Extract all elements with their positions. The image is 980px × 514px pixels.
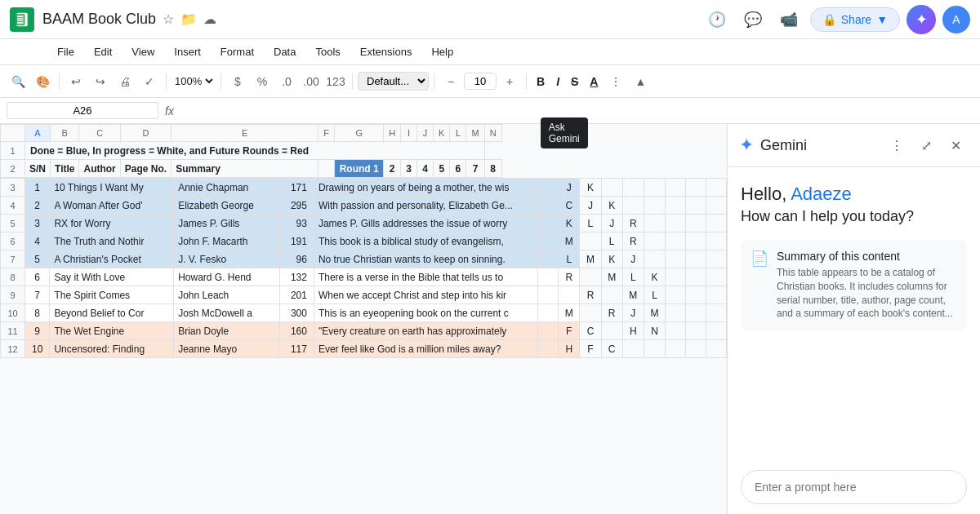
round5-cell[interactable] [644, 340, 665, 358]
round2-cell[interactable]: C [580, 322, 601, 340]
row-num[interactable]: 11 [1, 322, 25, 340]
author-cell[interactable]: J. V. Fesko [174, 250, 279, 268]
round1-cell[interactable]: M [559, 304, 580, 322]
round6-cell[interactable] [666, 179, 686, 197]
blank-cell[interactable] [538, 233, 559, 250]
blank-cell[interactable] [538, 340, 559, 358]
round8-cell[interactable] [706, 286, 726, 304]
author-cell[interactable]: John F. Macarth [174, 233, 279, 250]
folder-icon[interactable]: 📁 [180, 11, 197, 27]
round1-cell[interactable]: C [559, 197, 580, 215]
title-cell[interactable]: Uncensored: Finding [50, 340, 174, 358]
round2-cell[interactable]: J [580, 197, 601, 215]
decrease-decimal-btn[interactable]: .0 [275, 70, 298, 93]
gemini-summary-card[interactable]: 📄 Summary of this content This table app… [741, 240, 967, 330]
spreadsheet-grid[interactable]: A B C D E F G H I J K L M N [0, 124, 727, 514]
round8-cell[interactable] [706, 322, 726, 340]
author-cell[interactable]: Jeanne Mayo [174, 340, 279, 358]
increase-font-btn[interactable]: + [498, 70, 521, 93]
round6-cell[interactable] [666, 250, 686, 268]
summary-cell[interactable]: This is an eyeopening book on the curren… [314, 304, 537, 322]
row-num[interactable]: 8 [1, 268, 25, 286]
round4-cell[interactable]: H [622, 322, 644, 340]
spell-check-btn[interactable]: ✓ [138, 70, 161, 93]
row-num[interactable]: 6 [1, 233, 25, 250]
author-cell[interactable]: Annie Chapman [174, 179, 279, 197]
round3-cell[interactable] [601, 179, 622, 197]
format-num-btn[interactable]: 123 [324, 70, 347, 93]
author-cell[interactable]: James P. Gills [174, 215, 279, 233]
round7-cell[interactable] [686, 322, 706, 340]
row-num[interactable]: 5 [1, 215, 25, 233]
round5-cell[interactable] [644, 215, 665, 233]
title-cell[interactable]: 10 Things I Want My [50, 179, 174, 197]
round8-cell[interactable] [706, 197, 726, 215]
round6-cell[interactable] [666, 215, 686, 233]
cloud-icon[interactable]: ☁ [203, 11, 216, 27]
summary-cell[interactable]: There is a verse in the Bible that tells… [314, 268, 537, 286]
page-cell[interactable]: 191 [279, 233, 314, 250]
round8-cell[interactable] [706, 250, 726, 268]
title-cell[interactable]: A Woman After God' [50, 197, 174, 215]
undo-btn[interactable]: ↩ [65, 70, 87, 93]
title-cell[interactable]: RX for Worry [50, 215, 174, 233]
underline-color-btn[interactable]: A [585, 73, 603, 90]
sn-cell[interactable]: 6 [25, 268, 50, 286]
menu-help[interactable]: Help [423, 42, 461, 61]
col-header-l[interactable]: L [450, 125, 466, 142]
percent-btn[interactable]: % [251, 70, 274, 93]
page-cell[interactable]: 160 [279, 322, 314, 340]
page-cell[interactable]: 93 [279, 215, 314, 233]
summary-cell[interactable]: When we accept Christ and step into his … [314, 286, 537, 304]
round7-cell[interactable] [686, 304, 706, 322]
round3-cell[interactable]: K [601, 197, 622, 215]
sn-cell[interactable]: 10 [25, 340, 50, 358]
round7-cell[interactable] [686, 250, 706, 268]
star-icon[interactable]: ☆ [163, 11, 174, 27]
round7-cell[interactable] [686, 340, 706, 358]
col-header-g[interactable]: G [335, 125, 384, 142]
round3-cell[interactable] [601, 286, 622, 304]
col-header-i[interactable]: I [401, 125, 417, 142]
italic-btn[interactable]: I [551, 73, 564, 90]
round2-cell[interactable] [580, 304, 601, 322]
sn-cell[interactable]: 2 [25, 197, 50, 215]
col-header-m[interactable]: M [466, 125, 484, 142]
round7-cell[interactable] [686, 215, 706, 233]
blank-cell[interactable] [538, 250, 559, 268]
gemini-expand-btn[interactable]: ⤢ [913, 132, 939, 158]
round3-cell[interactable]: C [601, 340, 622, 358]
round5-cell[interactable]: N [644, 322, 665, 340]
strikethrough-btn[interactable]: S [566, 73, 583, 90]
round6-cell[interactable] [666, 322, 686, 340]
blank-cell[interactable] [538, 197, 559, 215]
round8-cell[interactable] [706, 179, 726, 197]
sn-cell[interactable]: 5 [25, 250, 50, 268]
round3-cell[interactable]: M [601, 268, 622, 286]
legend-cell[interactable]: Done = Blue, In progress = White, and Fu… [25, 142, 485, 160]
row-num[interactable]: 4 [1, 197, 25, 215]
round7-cell[interactable] [686, 286, 706, 304]
round6-cell[interactable] [666, 268, 686, 286]
gemini-star-btn[interactable]: ✦ [906, 5, 936, 34]
sn-cell[interactable]: 7 [25, 286, 50, 304]
gemini-prompt-input[interactable] [741, 470, 967, 504]
increase-decimal-btn[interactable]: .00 [300, 70, 323, 93]
summary-cell[interactable]: Drawing on years of being a mother, the … [314, 179, 537, 197]
round5-cell[interactable] [644, 233, 665, 250]
author-cell[interactable]: John Leach [174, 286, 279, 304]
round2-cell[interactable]: M [580, 250, 601, 268]
bold-btn[interactable]: B [532, 73, 550, 90]
round3-cell[interactable]: L [601, 233, 622, 250]
menu-tools[interactable]: Tools [307, 42, 348, 61]
round6-cell[interactable] [666, 304, 686, 322]
sn-cell[interactable]: 8 [25, 304, 50, 322]
row-num[interactable]: 9 [1, 286, 25, 304]
title-cell[interactable]: The Truth and Nothir [50, 233, 174, 250]
round7-cell[interactable] [686, 268, 706, 286]
round4-cell[interactable]: R [622, 233, 644, 250]
menu-data[interactable]: Data [265, 42, 304, 61]
col-header-e[interactable]: E [172, 125, 318, 142]
round8-cell[interactable] [706, 233, 726, 250]
round6-cell[interactable] [666, 197, 686, 215]
